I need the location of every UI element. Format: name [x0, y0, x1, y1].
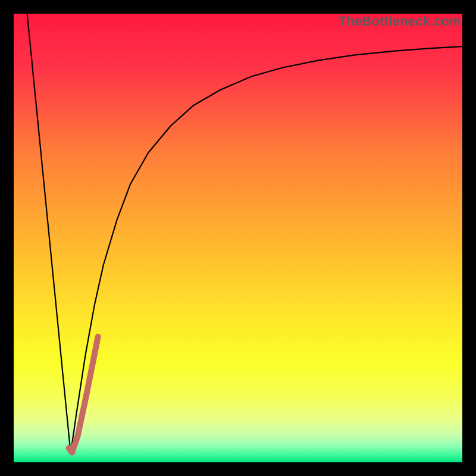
gradient-background: [14, 14, 462, 462]
chart-svg: [14, 14, 462, 462]
chart-stage: TheBottleneck.com: [0, 0, 476, 476]
chart-plot-area: TheBottleneck.com: [14, 14, 462, 462]
watermark-text: TheBottleneck.com: [339, 14, 461, 29]
